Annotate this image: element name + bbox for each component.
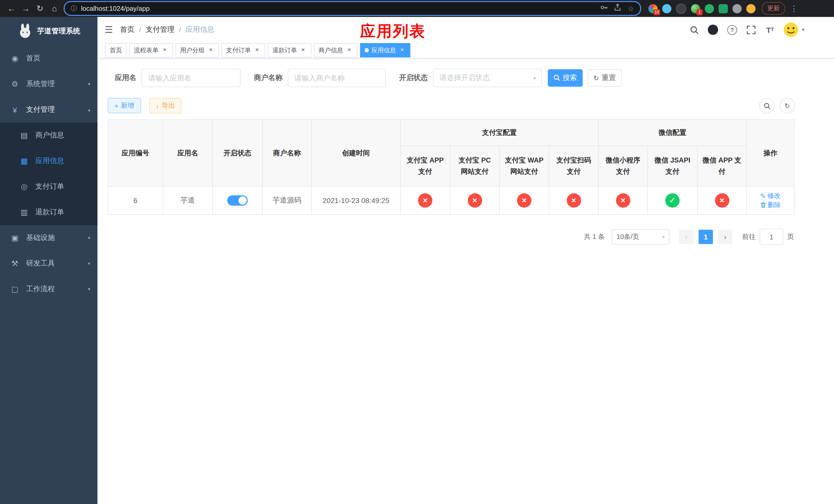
sidebar-item-workflow[interactable]: ▢ 工作流程 ▾ [0,276,97,302]
cell-status [213,186,262,214]
cell-wechat-jsapi: ✓ [648,186,697,214]
extension-icon[interactable] [705,4,714,13]
reload-icon[interactable]: ↻ [33,1,47,16]
url-bar[interactable]: ⓘ localhost:1024/pay/app ☆ [64,1,641,16]
tab-label: 商户信息 [319,46,343,54]
active-dot-icon [365,48,369,52]
fullscreen-icon[interactable] [746,24,757,36]
browser-menu-icon[interactable]: ⋮ [789,4,798,13]
next-page-button[interactable]: › [718,230,732,244]
export-button[interactable]: ↓ 导出 [149,98,181,113]
hamburger-icon[interactable]: ☰ [97,24,120,36]
col-created: 创建时间 [312,120,400,186]
sidebar-item-label: 基础设施 [26,233,88,243]
tab-merchant-info[interactable]: 商户信息× [314,43,357,58]
user-avatar[interactable]: ▾ [784,22,804,38]
chevron-down-icon: ▾ [88,235,90,240]
tab-home[interactable]: 首页 [105,43,127,58]
extension-badge: 10 [654,9,660,15]
close-icon[interactable]: × [207,47,214,54]
close-icon[interactable]: × [398,47,406,54]
extensions-puzzle-icon[interactable] [732,4,742,13]
back-icon[interactable]: ← [4,1,19,16]
navbar-actions: ? TT ▾ [688,22,834,38]
sidebar-item-payment[interactable]: ¥ 支付管理 ▴ [0,97,97,122]
sidebar-item-home[interactable]: ◉ 首页 [0,46,97,71]
close-icon[interactable]: × [254,47,261,54]
home-icon[interactable]: ⌂ [47,1,62,16]
cell-alipay-pc: × [450,186,499,214]
extension-icon[interactable] [662,4,672,13]
prev-page-button[interactable]: ‹ [679,230,694,244]
bookmark-star-icon[interactable]: ☆ [628,4,634,13]
search-button[interactable]: 搜索 [548,69,583,87]
tab-process-form[interactable]: 流程表单× [129,43,173,58]
edit-label: 修改 [767,191,781,201]
close-icon[interactable]: × [300,47,307,54]
status-select[interactable]: 请选择开启状态 ▾ [433,69,542,87]
page-1-button[interactable]: 1 [699,230,713,244]
toggle-search-button[interactable] [759,98,774,113]
goto-unit-label: 页 [787,232,794,242]
breadcrumb-current: 应用信息 [186,25,214,35]
delete-button[interactable]: 删除 [760,201,781,210]
search-icon [553,74,560,82]
profile-avatar-icon[interactable] [746,4,755,13]
add-button[interactable]: + 新增 [108,98,141,113]
refresh-table-button[interactable]: ↻ [780,98,795,113]
extension-icon[interactable]: 1 [691,4,700,13]
sidebar-item-refund-orders[interactable]: ▥ 退款订单 [0,200,97,225]
share-icon[interactable] [614,4,621,13]
tab-pay-orders[interactable]: 支付订单× [222,43,265,58]
sidebar-item-merchant-info[interactable]: ▤ 商户信息 [0,122,97,148]
col-alipay-app: 支付宝 APP 支付 [400,146,450,186]
app-logo[interactable]: 芋道管理系统 [0,17,97,46]
tab-user-group[interactable]: 用户分组× [175,43,219,58]
password-key-icon[interactable] [600,4,608,13]
sidebar-item-pay-orders[interactable]: ◎ 支付订单 [0,174,97,200]
total-count: 共 1 条 [584,232,605,242]
site-info-icon[interactable]: ⓘ [71,4,77,13]
sidebar-item-infrastructure[interactable]: ▣ 基础设施 ▾ [0,225,97,251]
cell-alipay-wap: × [499,186,549,214]
breadcrumb-home[interactable]: 首页 [120,25,134,35]
breadcrumb-payment[interactable]: 支付管理 [146,25,174,35]
sidebar-item-system[interactable]: ⚙ 系统管理 ▾ [0,71,97,97]
tab-label: 流程表单 [134,46,158,54]
gear-icon: ⚙ [10,79,20,89]
close-icon[interactable]: × [346,47,353,54]
sidebar-item-label: 退款订单 [36,208,90,217]
extension-icon[interactable]: 10 [648,4,658,13]
chrome-update-button[interactable]: 更新 [762,2,785,15]
goto-page-input[interactable] [760,229,783,245]
extensions-row: 10 1 [648,3,755,14]
page-size-select[interactable]: 10条/页 ▾ [612,229,670,245]
github-icon[interactable] [707,24,719,36]
merchant-card-icon: ▤ [20,131,29,140]
sidebar-item-label: 支付订单 [36,182,90,191]
tab-app-info[interactable]: 应用信息× [360,43,410,58]
font-size-icon[interactable]: TT [765,24,776,36]
merchant-name-label: 商户名称 [254,73,283,83]
table-row: 6 芋道 芋道源码 2021-10-23 08:49:25 × × × × × [108,186,794,214]
tab-refund-orders[interactable]: 退款订单× [268,43,311,58]
reset-button[interactable]: ↻ 重置 [588,69,622,87]
help-icon[interactable]: ? [727,24,738,36]
merchant-name-input[interactable] [288,69,386,87]
forward-icon[interactable]: → [19,1,33,16]
app-name-input[interactable] [141,69,241,87]
status-cross-icon: × [715,193,729,208]
export-button-label: 导出 [161,101,175,110]
extension-icon[interactable] [676,3,686,14]
edit-button[interactable]: ✎修改 [760,191,781,201]
search-icon[interactable] [688,24,700,36]
close-icon[interactable]: × [161,47,168,54]
app-table: 应用编号 应用名 开启状态 商户名称 创建时间 支付宝配置 微信配置 操作 支付… [108,119,794,215]
refresh-icon: ↻ [593,75,599,81]
sidebar-item-app-info[interactable]: ▦ 应用信息 [0,148,97,174]
col-status: 开启状态 [213,120,262,186]
reset-button-label: 重置 [602,73,616,83]
status-toggle[interactable] [227,196,248,206]
sidebar-item-dev-tools[interactable]: ⚒ 研发工具 ▾ [0,251,97,276]
extension-icon[interactable] [719,4,728,13]
